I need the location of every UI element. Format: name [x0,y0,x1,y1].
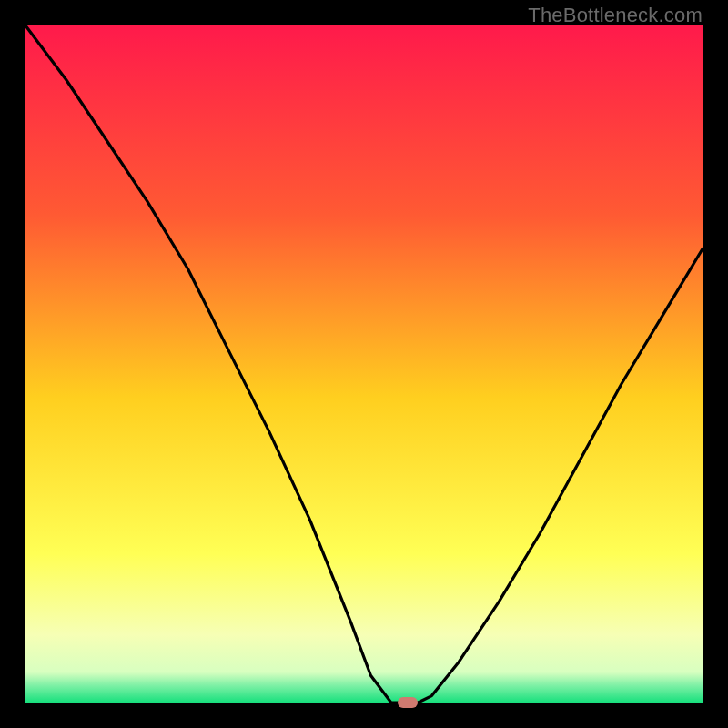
plot-area [25,25,703,703]
bottleneck-curve [25,25,703,703]
chart-container: TheBottleneck.com [0,0,728,728]
optimal-marker [398,697,418,708]
watermark-text: TheBottleneck.com [528,4,703,27]
